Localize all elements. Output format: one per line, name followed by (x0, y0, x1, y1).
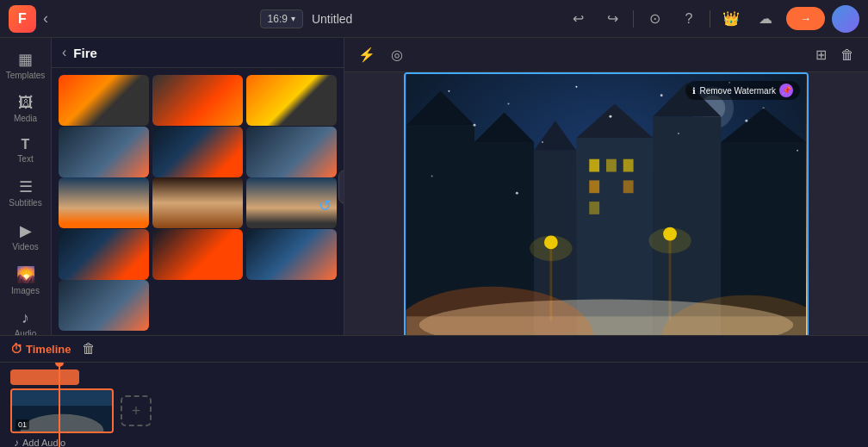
sidebar-label-media: Media (14, 114, 37, 123)
effects-grid (52, 68, 344, 335)
sidebar-item-text[interactable]: T Text (3, 132, 48, 169)
video-strip-1[interactable]: 01 (10, 388, 114, 433)
rotate-handle[interactable]: ↺ (319, 196, 332, 215)
ratio-label: 16:9 (268, 13, 288, 25)
add-audio-row: ♪ Add Audio (10, 437, 858, 447)
svg-point-37 (474, 124, 476, 127)
timeline-delete-button[interactable]: 🗑 (82, 341, 96, 357)
effects-panel: ‹ Fire › (52, 38, 344, 335)
panel-header: ‹ Fire (52, 38, 344, 68)
sidebar: ▦ Templates 🖼 Media T Text ☰ Subtitles ▶… (0, 38, 52, 335)
sidebar-label-images: Images (11, 286, 40, 295)
sidebar-item-subtitles[interactable]: ☰ Subtitles (3, 172, 48, 213)
project-title[interactable]: Untitled (312, 12, 352, 26)
effect-thumb-10[interactable] (59, 229, 149, 280)
topbar: F ‹ 16:9 ▾ Untitled ↩ ↪ ⊙ ? 👑 ☁ → (0, 0, 868, 38)
timeline-tab[interactable]: ⏱ Timeline (10, 342, 71, 356)
mask-tool-button[interactable]: ◎ (388, 43, 406, 66)
images-icon: 🌄 (16, 265, 35, 284)
topbar-center: ‹ 16:9 ▾ Untitled (43, 9, 557, 28)
redo-button[interactable]: ↪ (598, 5, 626, 33)
effect-thumb-7[interactable] (59, 177, 149, 228)
svg-point-2 (507, 103, 509, 105)
sidebar-item-media[interactable]: 🖼 Media (3, 89, 48, 128)
avatar[interactable] (832, 5, 859, 33)
add-clip-button-wrapper: + (121, 388, 152, 426)
svg-point-41 (745, 120, 747, 122)
timeline-label: Timeline (26, 343, 71, 356)
aspect-ratio-button[interactable]: 16:9 ▾ (260, 9, 303, 28)
media-icon: 🖼 (18, 94, 34, 112)
svg-point-39 (609, 115, 611, 118)
svg-rect-22 (589, 202, 599, 214)
timeline-header: ⏱ Timeline 🗑 (0, 336, 868, 363)
effect-track-row (10, 369, 858, 385)
record-button[interactable]: ⊙ (641, 5, 668, 33)
svg-point-1 (448, 90, 450, 92)
subtitles-icon: ☰ (19, 177, 33, 196)
panel-back-button[interactable]: ‹ (62, 45, 66, 60)
timeline-playhead (59, 363, 60, 447)
svg-point-32 (648, 228, 691, 254)
timeline-tracks: 01 + ♪ Add Audio (0, 363, 868, 447)
effect-thumb-6[interactable] (246, 127, 337, 177)
text-icon: T (22, 137, 30, 152)
cloud-button[interactable]: ☁ (752, 5, 779, 33)
chevron-down-icon: ▾ (291, 14, 295, 23)
divider (633, 10, 634, 28)
effect-thumb-13[interactable] (59, 280, 149, 331)
undo-button[interactable]: ↩ (564, 5, 592, 33)
effect-thumb-4[interactable] (59, 127, 149, 177)
video-track-row: 01 + (10, 388, 858, 433)
help-button[interactable]: ? (675, 5, 703, 33)
effect-thumb-1[interactable] (59, 75, 149, 126)
sidebar-label-templates: Templates (6, 71, 46, 80)
app-logo[interactable]: F (9, 5, 36, 33)
svg-point-29 (530, 236, 572, 262)
svg-point-3 (575, 86, 577, 88)
effect-thumb-5[interactable] (152, 127, 243, 177)
sidebar-label-videos: Videos (12, 242, 38, 251)
back-button[interactable]: ‹ (43, 9, 48, 28)
info-icon: ℹ (692, 86, 696, 96)
effect-thumb-3[interactable] (246, 75, 337, 126)
sidebar-item-audio[interactable]: ♪ Audio (3, 304, 48, 335)
add-clip-button[interactable]: + (121, 395, 152, 426)
effect-strip[interactable] (10, 369, 79, 385)
svg-point-44 (516, 192, 518, 195)
music-icon: ♪ (14, 437, 19, 447)
watermark-label: Remove Watermark (699, 86, 776, 96)
sidebar-label-audio: Audio (15, 329, 37, 335)
layers-button[interactable]: ⊞ (812, 43, 830, 66)
sidebar-item-images[interactable]: 🌄 Images (3, 260, 48, 301)
playhead-head (55, 363, 64, 367)
topbar-actions: ↩ ↪ ⊙ ? 👑 ☁ → (564, 5, 859, 33)
effect-thumb-8[interactable] (152, 177, 243, 228)
effect-thumb-2[interactable] (152, 75, 243, 126)
export-label: → (800, 12, 811, 25)
effect-thumb-11[interactable] (152, 229, 243, 280)
svg-point-42 (797, 150, 798, 152)
ai-tool-button[interactable]: ⚡ (355, 43, 379, 66)
canvas-viewport[interactable]: ↺ (344, 72, 868, 335)
svg-point-38 (542, 141, 543, 143)
main-content: ▦ Templates 🖼 Media T Text ☰ Subtitles ▶… (0, 38, 868, 335)
watermark-remove-button[interactable]: ℹ Remove Watermark 📌 (685, 81, 800, 100)
svg-rect-20 (589, 180, 599, 193)
effect-thumb-12[interactable] (246, 229, 337, 280)
panel-title: Fire (73, 46, 97, 60)
track-area: 01 + ♪ Add Audio (10, 369, 858, 440)
export-button[interactable]: → (786, 7, 825, 30)
sidebar-item-videos[interactable]: ▶ Videos (3, 216, 48, 257)
video-content (406, 74, 807, 335)
svg-point-40 (678, 133, 679, 134)
video-frame[interactable]: ℹ Remove Watermark 📌 (404, 72, 809, 335)
sidebar-label-text: Text (17, 154, 33, 164)
svg-rect-19 (623, 159, 634, 172)
panel-expand-handle[interactable]: › (338, 170, 344, 204)
svg-rect-18 (606, 159, 617, 172)
delete-canvas-button[interactable]: 🗑 (837, 43, 858, 66)
sidebar-label-subtitles: Subtitles (9, 198, 41, 208)
crown-button[interactable]: 👑 (717, 5, 745, 33)
sidebar-item-templates[interactable]: ▦ Templates (3, 45, 48, 85)
